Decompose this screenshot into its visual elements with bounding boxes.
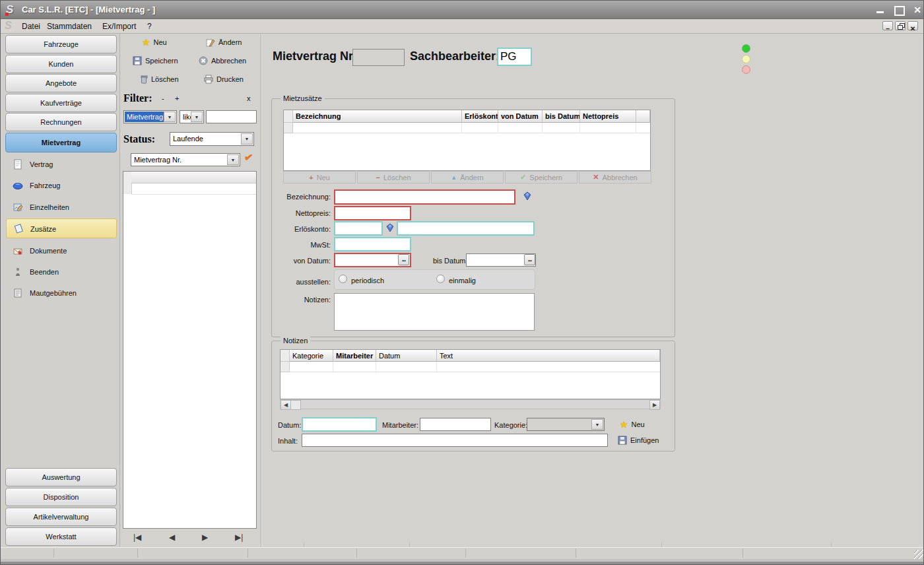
list-row[interactable] [131,183,256,195]
sidebar-item-artikelverwaltung[interactable]: Artikelverwaltung [5,508,117,526]
periodisch-label[interactable]: periodisch [351,277,384,284]
sort-select[interactable]: Mietvertrag Nr. ▼ [131,153,240,166]
einmalig-label[interactable]: einmalig [449,277,476,284]
sidebar-item-kaufvertraege[interactable]: Kaufverträge [5,94,117,112]
menu-help[interactable]: ? [144,19,155,34]
mdi-restore-button[interactable] [895,21,906,30]
scroll-right-icon[interactable]: ▶ [649,400,660,410]
sidebar-item-mautgebuehren[interactable]: Mautgebühren [6,283,117,303]
scroll-left-icon[interactable]: ◀ [280,400,291,410]
menu-ex-import[interactable]: Ex/Import [99,19,139,34]
speichern-button[interactable]: Speichern [133,55,178,67]
sidebar-item-auswertung[interactable]: Auswertung [5,468,117,486]
abbrechen-button[interactable]: Abbrechen [199,55,246,67]
toll-icon [13,288,23,298]
filter-value-input[interactable] [206,110,257,123]
neu-button[interactable]: ★ Neu [142,36,167,48]
mietzusaetze-title: Mietzusätze [280,94,325,102]
sidebar-item-beenden[interactable]: Beenden [6,262,117,282]
einmalig-radio[interactable] [436,275,445,283]
window-minimize-button[interactable] [873,5,888,15]
scrollbar-thumb[interactable] [290,400,301,410]
sidebar-item-dokumente[interactable]: Dokumente [6,241,117,261]
sidebar-item-zusaetze[interactable]: Zusätze [6,218,117,238]
chevron-down-icon[interactable]: ▼ [241,133,253,145]
notiz-neu-button[interactable]: ★ Neu [620,418,645,430]
aendern-button[interactable]: Ändern [205,36,242,48]
notiz-einfuegen-button[interactable]: Einfügen [618,434,659,446]
zusatz-notizen-textarea[interactable] [334,293,535,331]
resize-grip[interactable] [914,550,923,559]
table-row[interactable] [280,362,660,372]
sidebar-item-fahrzeuge[interactable]: Fahrzeuge [5,35,117,53]
zusatz-abbrechen-button[interactable]: ✕Abbrechen [579,171,651,183]
sidebar-item-disposition[interactable]: Disposition [5,488,117,506]
notizen-hscrollbar[interactable]: ◀ ▶ [280,399,661,409]
car-icon [13,180,23,191]
clerk-field[interactable] [497,48,532,66]
zusatz-speichern-button[interactable]: ✓Speichern [505,171,578,183]
window-close-button[interactable]: ✕ [910,5,924,15]
sidebar-item-mietvertrag[interactable]: Mietvertrag [5,133,117,152]
chevron-down-icon[interactable]: ▼ [191,112,203,122]
traffic-light-yellow-icon [742,55,750,63]
filter-collapse-button[interactable]: - [162,94,164,102]
nav-prev-button[interactable]: ◀ [169,533,175,542]
nav-next-button[interactable]: ▶ [202,533,208,542]
chevron-down-icon[interactable]: ▼ [591,419,603,430]
mdi-minimize-button[interactable]: – [882,21,893,30]
filter-expand-button[interactable]: + [175,94,179,102]
notiz-mitarbeiter-label: Mitarbeiter: [382,421,418,429]
apply-sort-check-icon[interactable]: ✔ [244,150,254,164]
erloeskonto-field[interactable] [334,221,383,236]
sidebar-item-rechnungen[interactable]: Rechnungen [5,113,117,131]
menu-datei[interactable]: Datei [18,19,44,34]
periodisch-radio[interactable] [339,275,347,283]
nettopreis-field[interactable] [334,206,411,220]
bezeichnung-field[interactable] [334,189,515,205]
mdi-minimize-icon: – [886,25,890,32]
chevron-down-icon[interactable]: ▼ [164,112,176,122]
notiz-inhalt-label: Inhalt: [278,437,298,445]
chevron-down-icon[interactable]: ▼ [227,154,239,165]
mietzusaetze-table[interactable]: Bezeichnung Erlöskonto von Datum bis Dat… [283,110,651,171]
contract-number-label: Mietvertrag Nr. [273,50,356,63]
erloeskonto-name-field[interactable] [397,221,535,236]
nav-first-button[interactable]: |◀ [133,533,141,542]
sidebar-item-werkstatt[interactable]: Werkstatt [5,527,117,546]
drucken-button[interactable]: Drucken [203,73,244,85]
status-select[interactable]: Laufende ▼ [170,132,254,146]
loeschen-button[interactable]: Löschen [139,73,179,85]
mwst-field[interactable] [334,237,411,251]
notiz-inhalt-field[interactable] [302,434,608,447]
contract-list[interactable] [123,171,257,529]
filter-field-select[interactable]: Mietvertrag N ▼ [123,110,177,123]
sidebar-item-vertrag[interactable]: Vertrag [6,154,117,174]
bis-datum-label: bis Datum: [433,257,468,265]
contract-number-field[interactable] [352,49,405,66]
gem-icon[interactable] [523,191,532,201]
sidebar-item-angebote[interactable]: Angebote [5,74,117,92]
notiz-mitarbeiter-field[interactable] [420,418,491,431]
sidebar-item-kunden[interactable]: Kunden [5,55,117,73]
window-maximize-button[interactable] [892,5,906,15]
finish-icon [13,267,23,277]
nav-last-button[interactable]: ▶| [235,533,243,542]
zusatz-loeschen-button[interactable]: −Löschen [357,171,430,183]
status-label: Status: [123,133,155,145]
filter-close-button[interactable]: x [247,94,251,102]
zusatz-aendern-button[interactable]: ▲Ändern [431,171,504,183]
von-datum-picker-button[interactable]: ... [398,254,409,265]
notiz-kategorie-select[interactable]: ▼ [527,418,605,431]
zusatz-neu-button[interactable]: +Neu [283,171,356,183]
gem-icon[interactable] [385,223,395,232]
filter-operator-select[interactable]: like ▼ [180,110,204,123]
sidebar-item-einzelheiten[interactable]: Einzelheiten [6,197,117,217]
notiz-datum-field[interactable] [302,417,377,432]
bis-datum-picker-button[interactable]: ... [524,254,535,265]
table-row[interactable] [284,123,650,133]
notizen-table[interactable]: Kategorie Mitarbeiter Datum Text [280,349,661,399]
sidebar-item-fahrzeug[interactable]: Fahrzeug [6,176,117,195]
mdi-close-button[interactable]: ✕ [908,21,918,30]
menu-stammdaten[interactable]: Stammdaten [44,19,95,34]
